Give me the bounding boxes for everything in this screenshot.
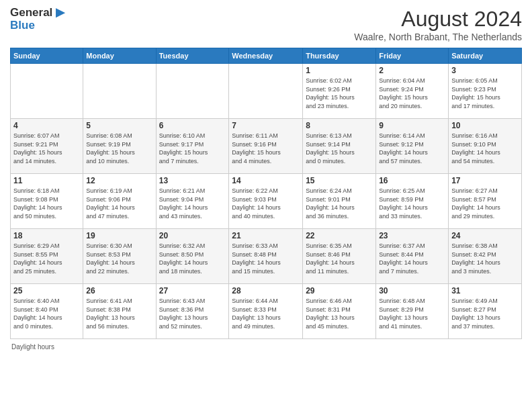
logo-general: General ▶ (10, 7, 64, 19)
day-info: Sunrise: 6:27 AM Sunset: 8:57 PM Dayligh… (451, 187, 519, 220)
logo-blue: Blue (10, 19, 64, 32)
calendar-header: SundayMondayTuesdayWednesdayThursdayFrid… (11, 48, 522, 64)
calendar-cell: 31Sunrise: 6:49 AM Sunset: 8:27 PM Dayli… (449, 284, 522, 339)
day-number: 26 (86, 286, 152, 295)
day-number: 8 (306, 121, 373, 130)
calendar-cell: 5Sunrise: 6:08 AM Sunset: 9:19 PM Daylig… (83, 119, 156, 174)
column-header-wednesday: Wednesday (229, 48, 303, 64)
day-info: Sunrise: 6:49 AM Sunset: 8:27 PM Dayligh… (451, 297, 519, 330)
column-header-monday: Monday (83, 48, 156, 64)
calendar-cell: 30Sunrise: 6:48 AM Sunset: 8:29 PM Dayli… (376, 284, 449, 339)
column-header-friday: Friday (376, 48, 449, 64)
calendar-cell: 1Sunrise: 6:02 AM Sunset: 9:26 PM Daylig… (303, 64, 376, 119)
day-info: Sunrise: 6:43 AM Sunset: 8:36 PM Dayligh… (159, 297, 226, 330)
calendar-cell: 11Sunrise: 6:18 AM Sunset: 9:08 PM Dayli… (11, 174, 83, 229)
calendar-cell: 23Sunrise: 6:37 AM Sunset: 8:44 PM Dayli… (376, 229, 449, 284)
column-header-tuesday: Tuesday (156, 48, 229, 64)
day-info: Sunrise: 6:46 AM Sunset: 8:31 PM Dayligh… (306, 297, 373, 330)
calendar-cell (11, 64, 83, 119)
calendar-cell (83, 64, 156, 119)
calendar-cell: 13Sunrise: 6:21 AM Sunset: 9:04 PM Dayli… (156, 174, 229, 229)
logo-blue-text: ▶ (52, 6, 64, 19)
calendar-cell: 8Sunrise: 6:13 AM Sunset: 9:14 PM Daylig… (303, 119, 376, 174)
calendar-cell: 26Sunrise: 6:41 AM Sunset: 8:38 PM Dayli… (83, 284, 156, 339)
day-info: Sunrise: 6:32 AM Sunset: 8:50 PM Dayligh… (159, 242, 226, 275)
calendar-week-2: 4Sunrise: 6:07 AM Sunset: 9:21 PM Daylig… (11, 119, 522, 174)
day-number: 12 (86, 176, 152, 185)
calendar-cell: 14Sunrise: 6:22 AM Sunset: 9:03 PM Dayli… (229, 174, 303, 229)
column-header-sunday: Sunday (11, 48, 83, 64)
day-number: 2 (379, 66, 445, 75)
day-number: 31 (451, 286, 519, 295)
day-info: Sunrise: 6:05 AM Sunset: 9:23 PM Dayligh… (451, 77, 519, 110)
calendar-cell: 18Sunrise: 6:29 AM Sunset: 8:55 PM Dayli… (11, 229, 83, 284)
day-number: 13 (159, 176, 226, 185)
day-info: Sunrise: 6:21 AM Sunset: 9:04 PM Dayligh… (159, 187, 226, 220)
day-number: 4 (13, 121, 80, 130)
calendar-cell: 2Sunrise: 6:04 AM Sunset: 9:24 PM Daylig… (376, 64, 449, 119)
day-number: 17 (451, 176, 519, 185)
day-info: Sunrise: 6:38 AM Sunset: 8:42 PM Dayligh… (451, 242, 519, 275)
day-number: 25 (13, 286, 80, 295)
calendar-cell: 25Sunrise: 6:40 AM Sunset: 8:40 PM Dayli… (11, 284, 83, 339)
calendar-body: 1Sunrise: 6:02 AM Sunset: 9:26 PM Daylig… (11, 64, 522, 339)
day-number: 27 (159, 286, 226, 295)
day-info: Sunrise: 6:48 AM Sunset: 8:29 PM Dayligh… (379, 297, 445, 330)
main-title: August 2024 (354, 7, 522, 32)
page: General ▶ Blue August 2024 Waalre, North… (0, 0, 532, 411)
day-info: Sunrise: 6:11 AM Sunset: 9:16 PM Dayligh… (232, 132, 300, 165)
day-number: 23 (379, 231, 445, 240)
calendar-cell: 20Sunrise: 6:32 AM Sunset: 8:50 PM Dayli… (156, 229, 229, 284)
calendar-cell: 15Sunrise: 6:24 AM Sunset: 9:01 PM Dayli… (303, 174, 376, 229)
day-info: Sunrise: 6:10 AM Sunset: 9:17 PM Dayligh… (159, 132, 226, 165)
footer: Daylight hours (10, 343, 522, 351)
calendar-week-5: 25Sunrise: 6:40 AM Sunset: 8:40 PM Dayli… (11, 284, 522, 339)
day-number: 28 (232, 286, 300, 295)
day-info: Sunrise: 6:33 AM Sunset: 8:48 PM Dayligh… (232, 242, 300, 275)
calendar-table: SundayMondayTuesdayWednesdayThursdayFrid… (10, 48, 522, 339)
calendar-week-3: 11Sunrise: 6:18 AM Sunset: 9:08 PM Dayli… (11, 174, 522, 229)
calendar-cell: 27Sunrise: 6:43 AM Sunset: 8:36 PM Dayli… (156, 284, 229, 339)
day-info: Sunrise: 6:25 AM Sunset: 8:59 PM Dayligh… (379, 187, 445, 220)
day-number: 10 (451, 121, 519, 130)
day-info: Sunrise: 6:35 AM Sunset: 8:46 PM Dayligh… (306, 242, 373, 275)
logo-text-block: General ▶ Blue (10, 7, 64, 32)
day-number: 7 (232, 121, 300, 130)
day-info: Sunrise: 6:16 AM Sunset: 9:10 PM Dayligh… (451, 132, 519, 165)
day-number: 6 (159, 121, 226, 130)
day-info: Sunrise: 6:18 AM Sunset: 9:08 PM Dayligh… (13, 187, 80, 220)
logo-display: General ▶ Blue (10, 7, 64, 32)
calendar-cell: 3Sunrise: 6:05 AM Sunset: 9:23 PM Daylig… (449, 64, 522, 119)
day-number: 1 (306, 66, 373, 75)
day-number: 9 (379, 121, 445, 130)
day-info: Sunrise: 6:24 AM Sunset: 9:01 PM Dayligh… (306, 187, 373, 220)
daylight-label: Daylight hours (11, 343, 54, 351)
column-header-saturday: Saturday (449, 48, 522, 64)
calendar-cell: 16Sunrise: 6:25 AM Sunset: 8:59 PM Dayli… (376, 174, 449, 229)
day-number: 29 (306, 286, 373, 295)
column-header-thursday: Thursday (303, 48, 376, 64)
calendar-week-4: 18Sunrise: 6:29 AM Sunset: 8:55 PM Dayli… (11, 229, 522, 284)
calendar-cell: 28Sunrise: 6:44 AM Sunset: 8:33 PM Dayli… (229, 284, 303, 339)
day-info: Sunrise: 6:30 AM Sunset: 8:53 PM Dayligh… (86, 242, 152, 275)
calendar-cell: 12Sunrise: 6:19 AM Sunset: 9:06 PM Dayli… (83, 174, 156, 229)
day-info: Sunrise: 6:04 AM Sunset: 9:24 PM Dayligh… (379, 77, 445, 110)
day-info: Sunrise: 6:29 AM Sunset: 8:55 PM Dayligh… (13, 242, 80, 275)
day-info: Sunrise: 6:13 AM Sunset: 9:14 PM Dayligh… (306, 132, 373, 165)
day-number: 21 (232, 231, 300, 240)
day-info: Sunrise: 6:07 AM Sunset: 9:21 PM Dayligh… (13, 132, 80, 165)
day-number: 14 (232, 176, 300, 185)
day-number: 3 (451, 66, 519, 75)
day-info: Sunrise: 6:37 AM Sunset: 8:44 PM Dayligh… (379, 242, 445, 275)
calendar-cell: 24Sunrise: 6:38 AM Sunset: 8:42 PM Dayli… (449, 229, 522, 284)
day-number: 16 (379, 176, 445, 185)
day-info: Sunrise: 6:02 AM Sunset: 9:26 PM Dayligh… (306, 77, 373, 110)
calendar-cell: 4Sunrise: 6:07 AM Sunset: 9:21 PM Daylig… (11, 119, 83, 174)
header: General ▶ Blue August 2024 Waalre, North… (10, 7, 522, 42)
day-number: 19 (86, 231, 152, 240)
header-row: SundayMondayTuesdayWednesdayThursdayFrid… (11, 48, 522, 64)
day-info: Sunrise: 6:19 AM Sunset: 9:06 PM Dayligh… (86, 187, 152, 220)
calendar-cell: 10Sunrise: 6:16 AM Sunset: 9:10 PM Dayli… (449, 119, 522, 174)
calendar-cell: 6Sunrise: 6:10 AM Sunset: 9:17 PM Daylig… (156, 119, 229, 174)
day-number: 24 (451, 231, 519, 240)
